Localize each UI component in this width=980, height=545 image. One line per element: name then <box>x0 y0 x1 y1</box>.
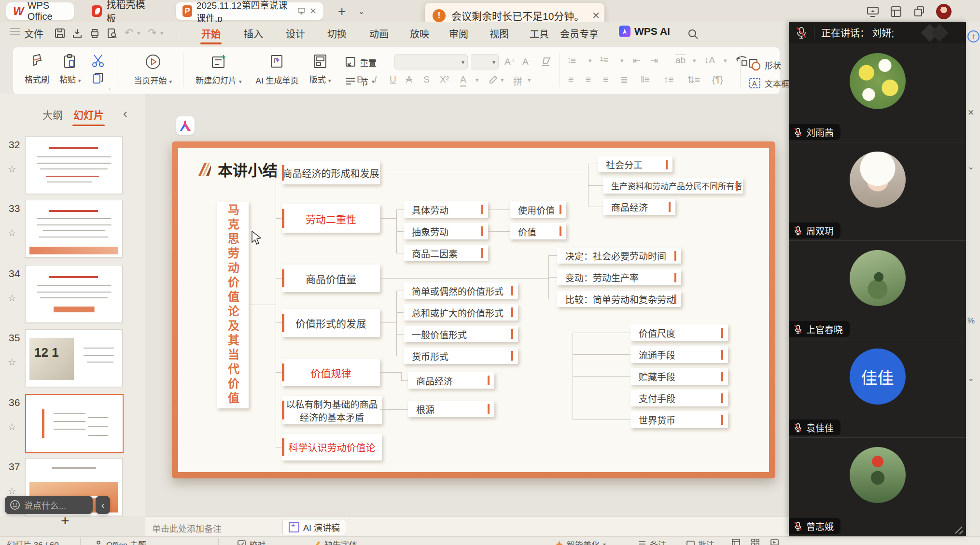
smart-beautify-button[interactable]: 智能美化▾ <box>555 538 606 545</box>
cut-button[interactable] <box>90 53 106 84</box>
align-right-icon[interactable]: ≡ <box>603 74 608 85</box>
favorite-star-icon[interactable]: ☆ <box>8 356 16 368</box>
notification-close-icon[interactable]: ✕ <box>592 10 600 21</box>
file-menu[interactable]: 文件 <box>10 27 43 41</box>
strip-chevron-icon[interactable]: ⌄ <box>967 162 974 172</box>
slide-canvas[interactable]: 本讲小结 马克思劳动价值论及其当代价值商品经济的形成和发展劳动二重性商品价值量价… <box>145 94 789 517</box>
font-name-select[interactable]: ▾ <box>394 54 468 70</box>
emoji-icon[interactable] <box>10 500 20 510</box>
search-icon[interactable] <box>687 28 699 40</box>
phonetic-chevron-icon[interactable]: ▾ <box>528 76 531 84</box>
screen-share-icon[interactable] <box>867 5 879 18</box>
mindmap-node[interactable]: 价值 <box>510 223 566 239</box>
slide-thumbnail-36[interactable] <box>25 394 124 453</box>
italic-icon[interactable]: I <box>374 74 377 85</box>
superscript-icon[interactable]: X² <box>440 74 449 85</box>
participant-tile[interactable]: 刘雨茜 <box>789 43 966 142</box>
save-icon[interactable] <box>54 28 66 39</box>
slide-thumbnail-35[interactable]: 12 1 <box>25 329 123 387</box>
para-settings-icon[interactable]: {¶} <box>712 74 723 85</box>
account-avatar[interactable] <box>936 4 952 19</box>
copy-icon[interactable] <box>92 72 104 84</box>
mindmap-node[interactable]: 社会分工 <box>598 156 672 172</box>
mindmap-node[interactable]: 贮藏手段 <box>630 368 728 385</box>
window-layout-icon[interactable] <box>890 5 902 18</box>
mindmap-root-node[interactable]: 马克思劳动价值论及其当代价值 <box>217 202 249 408</box>
align-center-icon[interactable]: ≡ <box>586 74 591 85</box>
underline-icon[interactable]: U <box>390 74 396 85</box>
highlight-icon[interactable] <box>488 74 499 85</box>
tab-template-store[interactable]: 找稻壳模板 <box>85 2 156 20</box>
font-color-chevron-icon[interactable]: ▾ <box>476 76 479 84</box>
ai-speech-script-button[interactable]: AI 演讲稿 <box>282 519 346 535</box>
ribbon-tab-home[interactable]: 开始 <box>201 27 221 41</box>
strikethrough-icon[interactable]: A <box>406 74 412 85</box>
clear-format-icon[interactable] <box>540 56 552 68</box>
mindmap-node[interactable]: 变动：劳动生产率 <box>557 269 681 285</box>
favorite-star-icon[interactable]: ☆ <box>8 227 16 238</box>
bullet-chevron-icon[interactable]: ▾ <box>588 57 592 64</box>
ribbon-tab-membership[interactable]: 会员专享 <box>560 27 599 41</box>
increase-indent-icon[interactable]: ⇥ <box>650 55 658 66</box>
layout-button[interactable]: 版式 ▾ <box>309 53 331 85</box>
chat-input[interactable]: 说点什么... <box>5 496 93 514</box>
mindmap-node[interactable]: 价值规律 <box>282 359 380 386</box>
slide-thumbnail-34[interactable] <box>25 265 123 323</box>
current-slide[interactable]: 本讲小结 马克思劳动价值论及其当代价值商品经济的形成和发展劳动二重性商品价值量价… <box>178 148 769 472</box>
ribbon-tab-insert[interactable]: 插入 <box>244 27 263 41</box>
participant-tile[interactable]: 周双玥 <box>789 142 966 241</box>
participant-tile[interactable]: 佳佳袁佳佳 <box>789 339 966 438</box>
output-icon[interactable] <box>71 28 83 39</box>
tab-slides[interactable]: 幻灯片 <box>73 107 104 122</box>
close-document-icon[interactable]: ✕ <box>309 6 317 16</box>
participant-tile[interactable]: 曾志娥 <box>789 437 966 536</box>
mindmap-node[interactable]: 支付手段 <box>630 390 728 406</box>
participant-tile[interactable]: 上官春晓 <box>789 240 966 339</box>
view-sorter-icon[interactable] <box>751 538 759 545</box>
view-normal-icon[interactable] <box>732 538 740 545</box>
cloud-upload-icon[interactable]: ↑ <box>967 30 980 42</box>
shapes-button[interactable]: 形状 <box>748 58 781 71</box>
redo-icon[interactable]: ↷ <box>148 27 156 39</box>
tab-outline[interactable]: 大纲 <box>42 107 63 122</box>
ribbon-tab-view[interactable]: 视图 <box>490 27 509 41</box>
ribbon-tab-design[interactable]: 设计 <box>286 27 305 41</box>
view-reading-icon[interactable] <box>770 538 779 545</box>
mindmap-node[interactable]: 具体劳动 <box>404 201 488 218</box>
ribbon-tab-tools[interactable]: 工具 <box>530 27 549 41</box>
new-tab-button[interactable]: + <box>338 4 346 19</box>
favorite-star-icon[interactable]: ☆ <box>8 485 16 497</box>
print-preview-icon[interactable] <box>106 28 118 39</box>
vertical-text-chevron-icon[interactable]: ▾ <box>724 57 727 64</box>
mindmap-node[interactable]: 世界货币 <box>630 411 728 428</box>
mindmap-node[interactable]: 劳动二重性 <box>282 204 380 233</box>
clipboard-group-expander[interactable]: ⌟ <box>108 84 111 91</box>
phonetic-guide-icon[interactable]: 拼 <box>513 74 522 87</box>
mindmap-node[interactable]: 使用价值 <box>510 201 566 218</box>
reset-button[interactable]: 重置 <box>344 56 377 69</box>
smartart-icon[interactable] <box>735 55 748 68</box>
mindmap-node[interactable]: 商品经济 <box>408 372 494 389</box>
bullet-list-icon[interactable]: ∶≡ <box>568 55 576 66</box>
line-spacing-icon[interactable]: ↕≡ <box>664 74 674 85</box>
play-from-current-button[interactable]: 当页开始 ▾ <box>129 53 177 86</box>
notes-toggle-button[interactable]: 备注 <box>638 538 666 545</box>
undo-chevron-icon[interactable]: ▾ <box>137 29 140 37</box>
mindmap-node[interactable]: 价值形式的发展 <box>282 309 380 337</box>
undo-icon[interactable]: ↶ <box>125 27 133 39</box>
mindmap-node[interactable]: 决定：社会必要劳动时间 <box>557 248 681 264</box>
shadow-icon[interactable]: S <box>423 74 430 85</box>
numbered-chevron-icon[interactable]: ▾ <box>620 57 624 64</box>
favorite-star-icon[interactable]: ☆ <box>8 292 16 304</box>
strip-close-icon[interactable]: ✕ <box>967 108 974 118</box>
theme-button[interactable]: Office 主题 <box>95 538 146 545</box>
new-slide-button[interactable]: 新建幻灯片 ▾ <box>193 53 245 86</box>
missing-fonts-button[interactable]: 缺失字体 <box>313 538 357 545</box>
highlight-chevron-icon[interactable]: ▾ <box>501 76 504 84</box>
favorite-star-icon[interactable]: ☆ <box>8 421 16 433</box>
increase-font-icon[interactable]: A⁺ <box>504 56 516 67</box>
ribbon-tab-animation[interactable]: 动画 <box>369 27 389 41</box>
favorite-star-icon[interactable]: ☆ <box>8 163 16 175</box>
mindmap-node[interactable]: 货币形式 <box>404 348 518 364</box>
mic-muted-icon[interactable] <box>796 27 807 39</box>
